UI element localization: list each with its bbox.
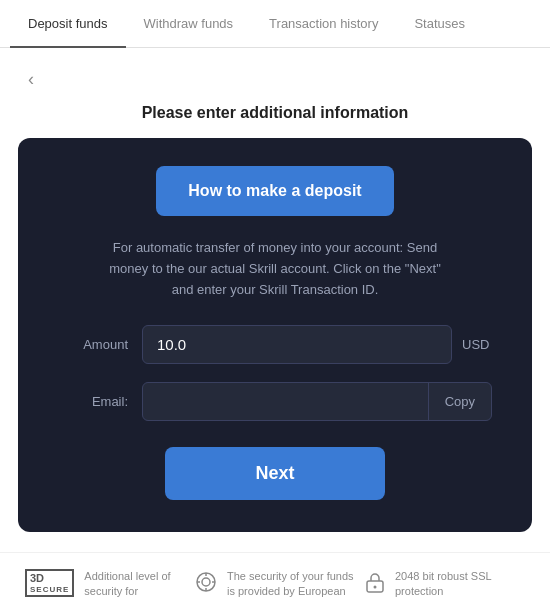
back-row: ‹ <box>0 48 550 100</box>
amount-label: Amount <box>58 337 128 352</box>
page-title: Please enter additional information <box>0 100 550 138</box>
svg-point-1 <box>202 578 210 586</box>
3d-secure-icon: 3DSECURE <box>25 569 74 598</box>
footer-item-3d: 3DSECURE Additional level of security fo… <box>25 569 185 599</box>
amount-input-wrap: USD <box>142 325 492 364</box>
email-row: Email: Copy <box>58 382 492 421</box>
footer: 3DSECURE Additional level of security fo… <box>0 552 550 599</box>
email-input-wrap: Copy <box>142 382 492 421</box>
deposit-card: How to make a deposit For automatic tran… <box>18 138 532 532</box>
email-label: Email: <box>58 394 128 409</box>
how-to-deposit-button[interactable]: How to make a deposit <box>156 166 393 216</box>
footer-ssl-text: 2048 bit robust SSL protection <box>395 569 525 599</box>
back-button[interactable]: ‹ <box>20 66 42 92</box>
svg-point-7 <box>374 585 377 588</box>
footer-3d-text: Additional level of security for payment… <box>84 569 185 599</box>
footer-bank-text: The security of your funds is provided b… <box>227 569 355 599</box>
next-button[interactable]: Next <box>165 447 385 500</box>
european-bank-icon <box>195 571 217 599</box>
email-input[interactable] <box>143 383 428 420</box>
ssl-icon <box>365 571 385 599</box>
tab-deposit[interactable]: Deposit funds <box>10 0 126 47</box>
tab-withdraw[interactable]: Withdraw funds <box>126 0 252 47</box>
footer-item-bank: The security of your funds is provided b… <box>195 569 355 599</box>
deposit-description: For automatic transfer of money into you… <box>105 238 445 300</box>
tab-history[interactable]: Transaction history <box>251 0 396 47</box>
footer-item-ssl: 2048 bit robust SSL protection <box>365 569 525 599</box>
copy-button[interactable]: Copy <box>428 383 491 420</box>
tab-bar: Deposit funds Withdraw funds Transaction… <box>0 0 550 48</box>
amount-input[interactable] <box>142 325 452 364</box>
amount-row: Amount USD <box>58 325 492 364</box>
tab-statuses[interactable]: Statuses <box>396 0 483 47</box>
currency-label: USD <box>462 337 492 352</box>
